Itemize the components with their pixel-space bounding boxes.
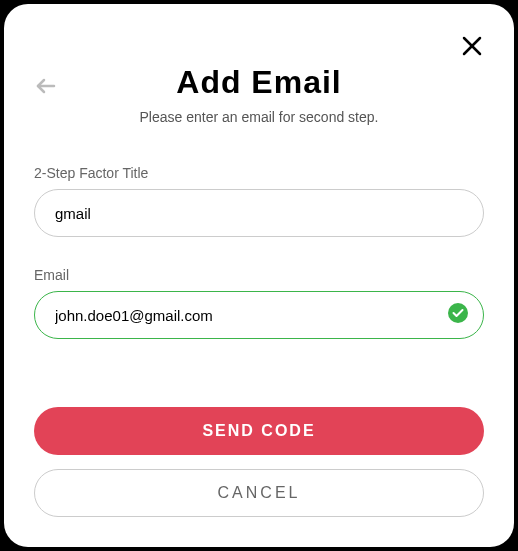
add-email-modal: Add Email Please enter an email for seco… xyxy=(4,4,514,547)
title-label: 2-Step Factor Title xyxy=(34,165,484,181)
back-arrow-icon[interactable] xyxy=(34,74,58,102)
email-input[interactable] xyxy=(34,291,484,339)
modal-title: Add Email xyxy=(34,64,484,101)
email-field-group: Email xyxy=(34,267,484,339)
title-field-group: 2-Step Factor Title xyxy=(34,165,484,237)
check-circle-icon xyxy=(448,303,468,327)
close-icon[interactable] xyxy=(460,34,484,62)
button-group: SEND CODE CANCEL xyxy=(34,407,484,517)
modal-subtitle: Please enter an email for second step. xyxy=(34,109,484,125)
cancel-button[interactable]: CANCEL xyxy=(34,469,484,517)
send-code-button[interactable]: SEND CODE xyxy=(34,407,484,455)
title-input[interactable] xyxy=(34,189,484,237)
svg-point-3 xyxy=(448,303,468,323)
email-label: Email xyxy=(34,267,484,283)
